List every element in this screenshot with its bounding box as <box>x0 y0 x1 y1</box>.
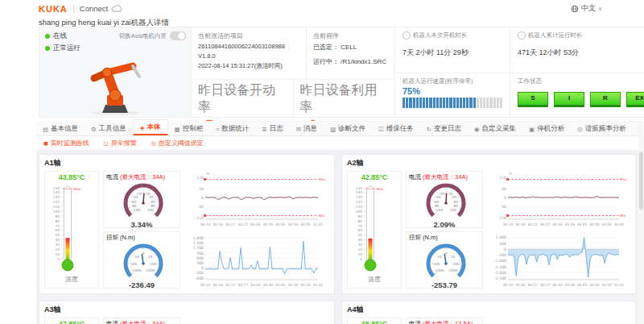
tab-2[interactable]: ◈ 本体 <box>133 119 168 135</box>
total-runtime-value: 471天 12小时 53分 <box>518 48 644 58</box>
svg-text:60: 60 <box>358 228 363 232</box>
speed-segment <box>429 98 431 108</box>
svg-text:30:22: 30:22 <box>225 222 236 226</box>
current-line-chart: 110500-50-110%MaxMin30:1030:1630:2230:27… <box>184 171 329 228</box>
tab-11[interactable]: ▣ 停机分析 <box>522 122 571 135</box>
tab-icon: ◎ <box>577 126 583 133</box>
cloud-icon <box>111 4 123 13</box>
tab-icon: ▣ <box>529 126 535 133</box>
svg-text:10: 10 <box>358 252 363 256</box>
vertical-scrollbar[interactable] <box>638 121 644 324</box>
tab-4[interactable]: ≈ 数据统计 <box>209 122 255 135</box>
speed-segment <box>413 98 415 108</box>
speed-segment <box>460 98 462 108</box>
uptime-label: 机器人本次开机时长 <box>413 31 468 39</box>
tab-1[interactable]: ⚙ 工具信息 <box>85 122 133 135</box>
svg-text:60: 60 <box>454 200 459 204</box>
axis-card-1: A1轴 43.85°C 0102030405060708090100110120… <box>39 154 335 294</box>
project-version: V1.8.0 <box>198 52 299 60</box>
work-state-indicators: SIREXT <box>518 92 644 107</box>
tab-label: 基本信息 <box>51 124 78 134</box>
tab-icon: ▨ <box>330 126 336 133</box>
svg-text:30:45: 30:45 <box>577 283 588 287</box>
axis-motor-toggle[interactable] <box>170 31 186 40</box>
tab-icon: ≣ <box>262 126 266 133</box>
svg-text:30:10: 30:10 <box>503 222 514 226</box>
runtime-grid: i 机器人本次开机时长 7天 2小时 11分 29秒 i 机器人累计运行时长 4… <box>394 27 644 118</box>
thermometer-gauge: 0102030405060708090100110120130140150Max <box>47 181 97 276</box>
svg-text:-500: -500 <box>498 253 507 257</box>
svg-text:30:33: 30:33 <box>552 283 563 287</box>
svg-text:-100: -100 <box>435 208 443 212</box>
language-selector[interactable]: 中文 ∨ <box>571 3 602 14</box>
temperature-widget: 38.85°C 01020304050607080901001101201301… <box>347 318 402 324</box>
svg-text:30:39: 30:39 <box>564 283 575 287</box>
svg-text:Max: Max <box>377 187 384 191</box>
current-max-label: (最大电流：34A) <box>120 320 165 324</box>
speed-segment <box>402 98 405 108</box>
speed-segment <box>423 98 425 108</box>
tab-0[interactable]: ▤ 基本信息 <box>36 122 85 135</box>
svg-text:0: 0 <box>504 196 506 200</box>
axis-name: A4轴 <box>347 305 630 315</box>
svg-text:30:39: 30:39 <box>564 222 575 226</box>
svg-text:50: 50 <box>502 187 506 191</box>
work-state-label: 工作状态 <box>518 77 542 85</box>
svg-text:10K: 10K <box>452 262 459 266</box>
svg-text:100K: 100K <box>146 268 155 272</box>
svg-text:30:55: 30:55 <box>601 222 612 226</box>
svg-text:80: 80 <box>358 219 363 223</box>
info-icon: i <box>402 31 411 39</box>
svg-text:1,000: 1,000 <box>496 235 506 239</box>
svg-text:1,800: 1,800 <box>193 236 204 240</box>
temperature-value: 38.85°C <box>361 320 388 324</box>
svg-text:80: 80 <box>56 219 60 223</box>
tab-7[interactable]: ▨ 诊断文件 <box>324 122 372 135</box>
subtab-2[interactable]: ◎ 自定义阈值设定 <box>144 139 211 147</box>
svg-text:31:01: 31:01 <box>313 283 324 287</box>
svg-text:110: 110 <box>499 176 506 180</box>
tab-10[interactable]: ◉ 自定义采集 <box>468 122 522 135</box>
temperature-widget: 42.85°C 01020304050607080901001101201301… <box>347 171 402 289</box>
work-state-I: I <box>554 92 584 107</box>
subtab-1[interactable]: ◻ 异常报警 <box>97 139 144 147</box>
svg-text:30:16: 30:16 <box>515 283 526 287</box>
svg-text:100: 100 <box>147 208 154 212</box>
svg-text:100: 100 <box>356 210 362 214</box>
kuka-logo: KUKA <box>39 4 68 14</box>
axis-card-3: A3轴 47.85°C 0102030405060708090100110120… <box>39 301 335 324</box>
tab-12[interactable]: ◎ 谐振频率分析 <box>571 122 633 135</box>
axis-grid: A1轴 43.85°C 0102030405060708090100110120… <box>36 151 638 324</box>
tab-5[interactable]: ≣ 日志 <box>255 122 289 135</box>
speed-segment <box>466 98 469 108</box>
tab-8[interactable]: ☑ 维保任务 <box>372 122 420 135</box>
scrollbar-thumb[interactable] <box>639 152 643 210</box>
svg-text:%: % <box>509 172 512 176</box>
svg-text:-2,000: -2,000 <box>494 271 506 275</box>
svg-text:30:39: 30:39 <box>262 283 273 287</box>
svg-text:30:33: 30:33 <box>250 222 261 226</box>
speed-segment <box>453 98 456 108</box>
svg-text:70: 70 <box>358 224 363 228</box>
current-gauge-box: 电流 (最大电流：13.5A) -100-80-60-40-2002040608… <box>406 318 483 324</box>
svg-text:30:27: 30:27 <box>237 222 248 226</box>
svg-text:-600: -600 <box>196 276 204 280</box>
speed-segment <box>500 98 502 108</box>
project-card: 当前激活的项目 26110844160006224003108988 V1.8.… <box>192 27 394 118</box>
svg-text:-60: -60 <box>433 200 439 204</box>
subtab-icon: ◎ <box>151 140 156 147</box>
tab-9[interactable]: ↻ 变更日志 <box>420 122 468 135</box>
tab-3[interactable]: ▦ 控制柜 <box>168 122 210 135</box>
temperature-label: 温度 <box>65 275 78 284</box>
svg-text:-60: -60 <box>130 200 136 204</box>
svg-text:30:27: 30:27 <box>237 283 248 287</box>
svg-text:Max: Max <box>74 187 81 191</box>
work-state-R: R <box>590 92 621 107</box>
speed-segment <box>433 98 436 108</box>
svg-text:-1K: -1K <box>134 255 139 259</box>
subtab-0[interactable]: ◼ 实时监测曲线 <box>36 139 97 147</box>
tab-6[interactable]: ✉ 消息 <box>290 122 324 135</box>
svg-text:30:10: 30:10 <box>200 283 211 287</box>
current-title: 电流 <box>106 320 118 324</box>
svg-text:-10K: -10K <box>432 262 440 266</box>
